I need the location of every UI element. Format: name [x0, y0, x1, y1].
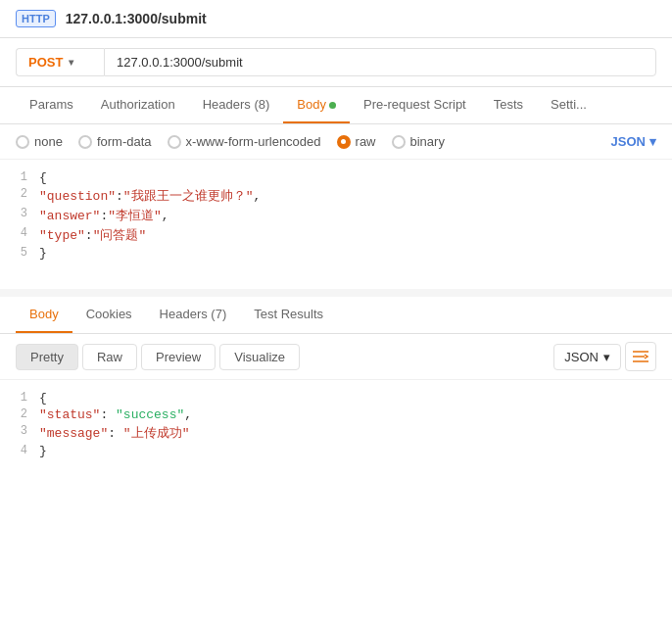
chevron-down-icon: ▾ [649, 134, 656, 149]
response-json-selector[interactable]: JSON ▾ [553, 344, 621, 370]
radio-binary [392, 135, 406, 149]
url-input[interactable] [104, 48, 656, 76]
top-url: 127.0.0.1:3000/submit [66, 11, 207, 26]
resp-tab-cookies[interactable]: Cookies [72, 297, 146, 333]
tab-settings[interactable]: Setti... [537, 87, 600, 123]
radio-raw [337, 135, 351, 149]
code-line-3: 3 "answer":"李恒道", [0, 206, 672, 225]
tab-authorization[interactable]: Authorization [87, 87, 189, 123]
tab-pre-request[interactable]: Pre-request Script [350, 87, 480, 123]
response-tabs: Body Cookies Headers (7) Test Results [0, 297, 672, 334]
top-bar: HTTP 127.0.0.1:3000/submit [0, 0, 672, 38]
method-select[interactable]: POST ▾ [16, 48, 104, 76]
radio-urlencoded [168, 135, 181, 149]
radio-none [16, 135, 29, 149]
http-icon: HTTP [16, 10, 56, 27]
method-label: POST [28, 55, 63, 70]
body-dot-indicator [329, 102, 336, 109]
radio-form-data [78, 135, 92, 149]
resp-tab-test-results[interactable]: Test Results [240, 297, 337, 333]
resp-line-4: 4 } [0, 443, 672, 459]
option-raw[interactable]: raw [337, 134, 376, 149]
resp-preview-btn[interactable]: Preview [141, 344, 216, 370]
code-line-5: 5 } [0, 245, 672, 262]
resp-pretty-btn[interactable]: Pretty [16, 344, 78, 370]
tab-tests[interactable]: Tests [480, 87, 537, 123]
response-body: 1 { 2 "status": "success", 3 "message": … [0, 380, 672, 478]
resp-line-2: 2 "status": "success", [0, 406, 672, 423]
request-body-editor[interactable]: 1 { 2 "question":"我跟王一之谁更帅？", 3 "answer"… [0, 160, 672, 297]
request-tabs: Params Authorization Headers (8) Body Pr… [0, 87, 672, 124]
tab-body[interactable]: Body [283, 87, 350, 123]
option-none[interactable]: none [16, 134, 63, 149]
resp-tab-body[interactable]: Body [16, 297, 72, 333]
code-line-4: 4 "type":"问答题" [0, 225, 672, 245]
option-urlencoded[interactable]: x-www-form-urlencoded [168, 134, 321, 149]
wrap-text-icon[interactable] [625, 342, 656, 371]
chevron-down-icon: ▾ [69, 57, 73, 68]
code-line-2: 2 "question":"我跟王一之谁更帅？", [0, 186, 672, 206]
resp-raw-btn[interactable]: Raw [82, 344, 137, 370]
option-binary[interactable]: binary [392, 134, 445, 149]
code-line-1: 1 { [0, 169, 672, 186]
json-type-selector[interactable]: JSON ▾ [611, 134, 656, 149]
tab-params[interactable]: Params [16, 87, 87, 123]
tab-headers[interactable]: Headers (8) [189, 87, 284, 123]
resp-visualize-btn[interactable]: Visualize [219, 344, 300, 370]
resp-line-3: 3 "message": "上传成功" [0, 423, 672, 443]
response-options: Pretty Raw Preview Visualize JSON ▾ [0, 334, 672, 380]
chevron-down-icon: ▾ [603, 350, 610, 364]
url-bar: POST ▾ [0, 38, 672, 87]
option-form-data[interactable]: form-data [78, 134, 152, 149]
resp-line-1: 1 { [0, 390, 672, 406]
resp-tab-headers[interactable]: Headers (7) [146, 297, 241, 333]
body-options: none form-data x-www-form-urlencoded raw… [0, 124, 672, 160]
